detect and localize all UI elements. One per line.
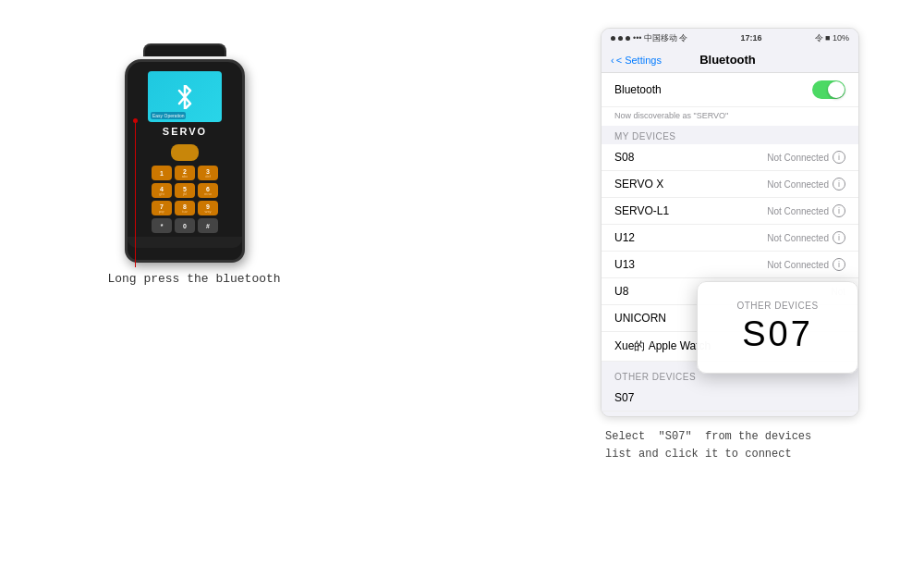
info-icon-u12[interactable]: i [833, 231, 845, 244]
bluetooth-toggle[interactable] [812, 80, 845, 99]
bluetooth-toggle-row: Bluetooth [602, 73, 858, 107]
phone-bottom [128, 237, 242, 248]
device-name-servo-l1: SERVO-L1 [614, 204, 669, 217]
screen-easy-operation-label: Easy Operation [151, 112, 186, 119]
phone-screen: Easy Operation [148, 71, 222, 122]
keypad-row-2: 4 ghi 5 jkl 6 mno [152, 183, 218, 198]
servo-brand-text: SERVO [128, 126, 242, 137]
signal-dot-3 [626, 36, 630, 41]
device-status-u12: Not Connected i [767, 231, 845, 244]
my-devices-header: MY DEVICES [602, 126, 858, 144]
nav-button [171, 144, 199, 161]
device-row-s08[interactable]: S08 Not Connected i [602, 144, 858, 171]
page-container: Easy Operation SERVO 1 2 [0, 0, 924, 578]
right-section: ••• 中国移动 令 17:16 令 ■ 10% ‹ < Settings Bl… [601, 28, 887, 463]
bottom-rows-area: Xue的 Apple Watch OTHER DEVICES S07 OTHER… [602, 332, 858, 416]
phone-top-bump [143, 43, 226, 56]
key-0: 0 [175, 218, 195, 233]
device-status-u13: Not Connected i [767, 258, 845, 271]
device-name-unicorn: UNICORN [614, 312, 666, 325]
signal-dot-2 [618, 36, 623, 41]
time-text: 17:16 [740, 33, 761, 43]
key-2: 2 abc [175, 166, 195, 180]
key-hash: # [198, 218, 218, 233]
bluetooth-symbol-icon [175, 85, 195, 109]
device-status-servo-x: Not Connected i [767, 178, 845, 191]
back-chevron-icon: ‹ [611, 55, 614, 66]
device-name-u8: U8 [614, 285, 628, 298]
instruction-text: Select "S07" from the devices list and c… [605, 428, 882, 463]
key-6: 6 mno [198, 183, 218, 198]
s07-overlay-popup: OTHER DEVICES S07 [697, 281, 858, 374]
other-devices-header: OTHER DEVICES [602, 366, 709, 385]
overlay-s07-text: S07 [742, 314, 813, 354]
key-1: 1 [152, 166, 172, 180]
annotation-line [135, 119, 136, 267]
status-bar-left: ••• 中国移动 令 [611, 32, 687, 44]
info-icon-servo-x[interactable]: i [833, 178, 845, 191]
key-8: 8 tuv [175, 201, 195, 215]
device-name-servo-x: SERVO X [614, 178, 663, 191]
key-5: 5 jkl [175, 183, 195, 198]
back-button[interactable]: ‹ < Settings [611, 55, 662, 66]
device-row-s07-list[interactable]: S07 [602, 385, 858, 412]
phone-keypad: 1 2 abc 3 def 4 [143, 142, 226, 233]
nav-bar: ‹ < Settings Bluetooth [602, 47, 858, 73]
key-9: 9 wxy [198, 201, 218, 215]
device-row-servo-l1[interactable]: SERVO-L1 Not Connected i [602, 198, 858, 225]
right-instruction-area: Select "S07" from the devices list and c… [601, 428, 887, 463]
device-row-u13[interactable]: U13 Not Connected i [602, 252, 858, 278]
left-section: Easy Operation SERVO 1 2 [46, 28, 323, 286]
device-row-servo-x[interactable]: SERVO X Not Connected i [602, 171, 858, 198]
device-name-u13: U13 [614, 258, 635, 271]
device-status-servo-l1: Not Connected i [767, 204, 845, 217]
nav-title: Bluetooth [662, 53, 794, 67]
keypad-row-1: 1 2 abc 3 def [152, 166, 218, 180]
toggle-knob [828, 81, 845, 98]
keypad-row-4: * 0 # [152, 218, 218, 233]
signal-dot-1 [611, 36, 615, 41]
status-bar-right: 令 ■ 10% [815, 32, 849, 44]
device-name-u12: U12 [614, 231, 635, 244]
annotation-label: Long press the bluetooth [107, 272, 280, 286]
back-settings-label: < Settings [616, 55, 662, 66]
key-4: 4 ghi [152, 183, 172, 198]
device-name-s07-list: S07 [614, 391, 634, 404]
keypad-row-3: 7 pqr 8 tuv 9 wxy [152, 201, 218, 215]
device-name-s08: S08 [614, 151, 634, 164]
key-star: * [152, 218, 172, 233]
key-3: 3 def [198, 166, 218, 180]
carrier-text: ••• 中国移动 令 [633, 32, 687, 44]
bluetooth-label: Bluetooth [614, 83, 662, 96]
battery-text: 令 ■ 10% [815, 32, 849, 44]
info-icon-s08[interactable]: i [833, 151, 845, 164]
info-icon-servo-l1[interactable]: i [833, 204, 845, 217]
info-icon-u13[interactable]: i [833, 258, 845, 271]
discoverable-text: Now discoverable as "SERVO" [602, 107, 858, 126]
phone-screenshot: ••• 中国移动 令 17:16 令 ■ 10% ‹ < Settings Bl… [601, 28, 859, 417]
overlay-other-devices-header: OTHER DEVICES [736, 301, 818, 311]
annotation-area: Long press the bluetooth [107, 272, 280, 286]
status-bar: ••• 中国移动 令 17:16 令 ■ 10% [602, 29, 858, 47]
device-row-u12[interactable]: U12 Not Connected i [602, 225, 858, 252]
key-7: 7 pqr [152, 201, 172, 215]
phone-body: Easy Operation SERVO 1 2 [125, 59, 245, 263]
device-status-s08: Not Connected i [767, 151, 845, 164]
